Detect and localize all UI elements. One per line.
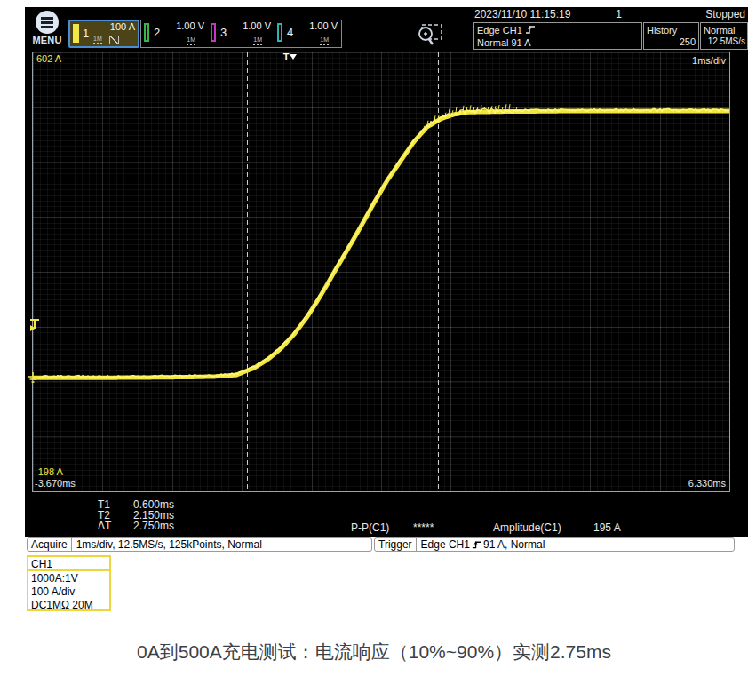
page: MENU 1 100 A 1M 2 1.00 V 1M 3 1.00 V 1M [0,0,748,700]
channel2-color-bar [144,23,149,42]
channel-scale: 100 A/div [28,585,109,598]
acquisition-count: 1 [558,8,622,20]
waveform-svg [33,52,729,491]
datetime: 2023/11/10 11:15:19 [474,8,570,20]
history-label: History [647,24,696,36]
impedance-1M-icon: 1M [93,36,102,44]
trigger-settings-post: 91 A, Normal [483,538,545,551]
trigger-level-text: Normal 91 A [477,36,639,49]
probe-skew-icon [109,36,119,44]
acquire-settings: 1ms/div, 12.5MS/s, 125kPoints, Normal [72,538,262,551]
channel3-number: 3 [220,26,227,39]
history-box[interactable]: History 250 [643,22,699,50]
channel4-color-bar [277,23,282,42]
waveform-display[interactable]: T 602 A 1ms/div -198 A -3.670ms 6.330ms [32,52,730,492]
trigger-position-marker[interactable]: T [283,52,290,62]
channel-coupling: DC1MΩ 20M [28,598,109,611]
channel1-number: 1 [83,27,89,40]
amplitude-measure-label: Amplitude(C1) [493,521,561,534]
rising-edge-icon [472,539,481,550]
menu-button-label[interactable]: MENU [25,35,69,45]
trigger-settings-pre: Edge CH1 [421,538,470,551]
ground-level-icon [27,372,39,385]
acquire-status-box[interactable]: Acquire 1ms/div, 12.5MS/s, 125kPoints, N… [27,537,372,552]
trigger-status-box[interactable]: Trigger Edge CH1 91 A, Normal [374,537,735,552]
trigger-settings-box[interactable]: Edge CH1 Normal 91 A [473,22,642,50]
timebase-label: 1ms/div [692,55,726,66]
zoom-search-icon[interactable] [416,23,444,48]
left-time-label: -3.670ms [35,478,76,489]
channel4-number: 4 [287,26,293,39]
channel1-button[interactable]: 1 100 A 1M [68,20,139,48]
measurement-row: ΔT2.750ms [98,521,174,531]
right-time-label: 6.330ms [688,478,726,489]
channel3-button[interactable]: 3 1.00 V 1M [208,20,275,47]
impedance-1M-icon: 1M [320,36,329,45]
channel3-color-bar [211,23,216,42]
sample-rate-box[interactable]: Normal 12.5MS/s [700,22,748,50]
amplitude-measure-value: 195 A [593,521,621,534]
acquire-label: Acquire [28,538,72,551]
rising-edge-icon [525,24,536,35]
run-state[interactable]: Stopped [705,8,745,20]
channel-info-title: CH1 [28,557,109,571]
channel4-button[interactable]: 4 1.00 V 1M [275,20,341,47]
channel2-button[interactable]: 2 1.00 V 1M [141,20,208,47]
top-scale-label: 602 A [36,53,61,64]
oscilloscope-screen: MENU 1 100 A 1M 2 1.00 V 1M 3 1.00 V 1M [25,7,748,553]
impedance-1M-icon: 1M [187,36,195,45]
channels-2-3-4-group: 2 1.00 V 1M 3 1.00 V 1M 4 1.00 V 1M [140,20,342,48]
channel1-scale-value: 100 A [110,21,135,32]
trigger-mode: Edge CH1 [477,25,522,36]
menu-icon[interactable] [36,11,59,34]
channel2-number: 2 [154,26,160,39]
channel-probe-ratio: 1000A:1V [28,571,109,585]
sample-mode: Normal [704,24,744,36]
channel1-color-bar [73,24,79,43]
sample-rate: 12.5MS/s [708,36,745,48]
trigger-level-icon[interactable] [28,318,41,332]
channel3-scale-value: 1.00 V [243,20,271,31]
figure-caption: 0A到500A充电测试：电流响应（10%~90%）实测2.75ms [0,640,748,664]
history-count: 250 [680,36,696,48]
pp-measure-value: ***** [413,521,434,534]
channel1-info-card[interactable]: CH1 1000A:1V 100 A/div DC1MΩ 20M [27,555,111,611]
channel4-scale-value: 1.00 V [309,20,338,31]
bottom-scale-label: -198 A [35,466,63,477]
status-bar: Acquire 1ms/div, 12.5MS/s, 125kPoints, N… [25,537,748,553]
trigger-label: Trigger [375,538,417,551]
pp-measure-label: P-P(C1) [351,521,389,534]
channel2-scale-value: 1.00 V [176,20,204,31]
impedance-1M-icon: 1M [253,36,262,45]
cursor-measurements: T1-0.600ms T22.150ms ΔT2.750ms [98,499,174,531]
